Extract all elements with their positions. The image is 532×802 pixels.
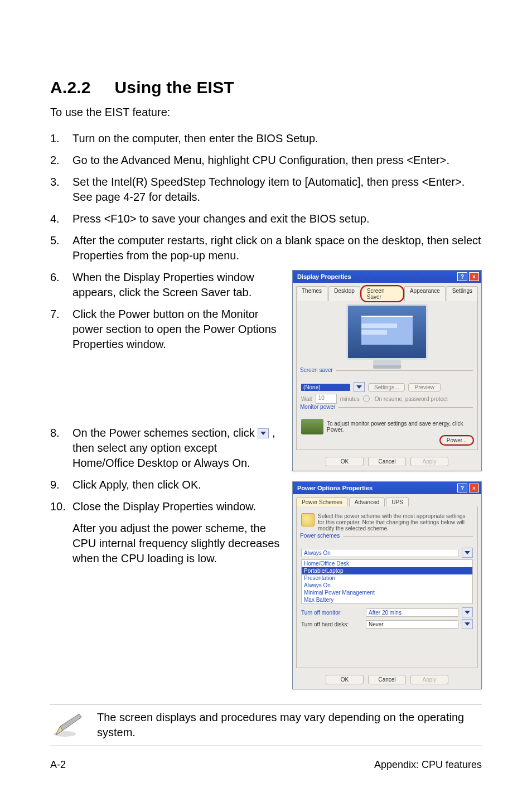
step-number: 8. [50, 426, 72, 471]
section-number: A.2.2 [50, 78, 91, 96]
intro-text: To use the EIST feature: [50, 106, 482, 119]
disk-off-label: Turn off hard disks: [301, 621, 362, 627]
step-text: Press <F10> to save your changes and exi… [72, 211, 482, 226]
pencil-icon [52, 712, 85, 738]
monitor-off-label: Turn off monitor: [301, 610, 362, 616]
plug-icon [301, 513, 315, 526]
scheme-options[interactable]: Home/Office Desk Portable/Laptop Present… [301, 559, 473, 604]
list-item[interactable]: Home/Office Desk [302, 560, 472, 567]
help-button[interactable]: ? [457, 484, 467, 492]
step-text: Click the Power button on the Monitor po… [72, 307, 281, 352]
step-number: 10. [50, 499, 72, 514]
list-item[interactable]: Max Battery [302, 596, 472, 603]
cancel-button[interactable]: Cancel [368, 675, 406, 684]
list-item[interactable]: Portable/Laptop [302, 567, 472, 574]
step-number: 1. [50, 131, 72, 146]
tab-themes[interactable]: Themes [296, 286, 327, 301]
chevron-down-icon[interactable] [462, 548, 473, 558]
ok-button[interactable]: OK [326, 675, 364, 684]
energy-icon [301, 419, 323, 434]
scheme-select[interactable]: Always On [301, 549, 458, 557]
list-item[interactable]: Always On [302, 582, 472, 589]
steps-list: 1.Turn on the computer, then enter the B… [50, 131, 482, 263]
note-text: The screen displays and procedures may v… [97, 710, 482, 740]
step-text: Go to the Advanced Menu, highlight CPU C… [72, 153, 482, 168]
power-schemes-label: Power schemes [300, 533, 343, 539]
ok-button[interactable]: OK [326, 457, 364, 466]
chevron-down-icon[interactable] [462, 607, 473, 617]
settings-button[interactable]: Settings... [368, 383, 405, 392]
screensaver-select[interactable]: (None) [301, 384, 350, 391]
dialog-title: Display Properties [297, 273, 351, 280]
step-number: 6. [50, 270, 72, 300]
step-text: Click Apply, then click OK. [72, 477, 281, 492]
step-number: 2. [50, 153, 72, 168]
help-button[interactable]: ? [457, 272, 467, 281]
monitor-off-select[interactable]: After 20 mins [366, 608, 458, 617]
list-item[interactable]: Minimal Power Management [302, 589, 472, 596]
step-number: 4. [50, 211, 72, 226]
resume-label: On resume, password protect [375, 396, 448, 402]
list-item[interactable]: Presentation [302, 574, 472, 582]
step-text: On the Power schemes section, click , th… [72, 426, 281, 471]
resume-checkbox[interactable] [363, 395, 370, 402]
scheme-description: Select the power scheme with the most ap… [318, 513, 473, 532]
disk-off-select[interactable]: Never [366, 620, 458, 629]
note-block: The screen displays and procedures may v… [50, 704, 482, 746]
close-button[interactable]: × [469, 484, 479, 492]
chevron-down-icon[interactable] [462, 619, 473, 629]
step-number: 5. [50, 233, 72, 263]
dropdown-icon [258, 428, 269, 438]
step-text: When the Display Properties window appea… [72, 270, 281, 300]
tab-screen-saver[interactable]: Screen Saver [361, 286, 403, 301]
step-text: Close the Display Properties window. [72, 499, 281, 514]
display-properties-dialog: Display Properties ? × Themes Desktop Sc… [292, 270, 482, 471]
step-text: Set the Intel(R) SpeedStep Technology it… [72, 175, 482, 205]
after-note: After you adjust the power scheme, the C… [50, 521, 281, 566]
chevron-down-icon[interactable] [354, 382, 365, 392]
step-number: 3. [50, 175, 72, 205]
wait-label: Wait [301, 396, 312, 402]
tab-ups[interactable]: UPS [386, 497, 409, 506]
step-number: 7. [50, 307, 72, 352]
monitor-preview [301, 306, 473, 367]
section-heading: A.2.2 Using the EIST [50, 78, 482, 97]
section-title: Using the EIST [114, 78, 234, 96]
monitor-power-desc: To adjust monitor power settings and sav… [327, 421, 473, 433]
tab-appearance[interactable]: Appearance [404, 286, 446, 301]
power-options-dialog: Power Options Properties ? × Power Schem… [292, 481, 482, 689]
page-footer: A-2 Appendix: CPU features [50, 759, 482, 771]
power-button[interactable]: Power... [441, 436, 473, 445]
screensaver-label: Screen saver [300, 367, 336, 373]
footer-title: Appendix: CPU features [374, 759, 482, 771]
apply-button[interactable]: Apply [410, 457, 448, 466]
step8-a: On the Power schemes section, click [72, 427, 258, 439]
tab-advanced[interactable]: Advanced [349, 497, 385, 506]
step-text: After the computer restarts, right click… [72, 233, 482, 263]
cancel-button[interactable]: Cancel [368, 457, 406, 466]
preview-button[interactable]: Preview [408, 383, 441, 392]
wait-field[interactable]: 10 [316, 394, 337, 404]
tab-desktop[interactable]: Desktop [328, 286, 360, 301]
close-button[interactable]: × [469, 272, 479, 281]
tabs: Themes Desktop Screen Saver Appearance S… [293, 283, 481, 301]
tab-power-schemes[interactable]: Power Schemes [296, 497, 348, 506]
wait-minutes: minutes [340, 396, 360, 402]
monitor-power-label: Monitor power [300, 404, 338, 410]
apply-button[interactable]: Apply [410, 675, 448, 684]
dialog-title: Power Options Properties [297, 485, 373, 491]
step-number: 9. [50, 477, 72, 492]
step-text: Turn on the computer, then enter the BIO… [72, 131, 482, 146]
footer-page: A-2 [50, 759, 66, 771]
tab-settings[interactable]: Settings [447, 286, 478, 301]
